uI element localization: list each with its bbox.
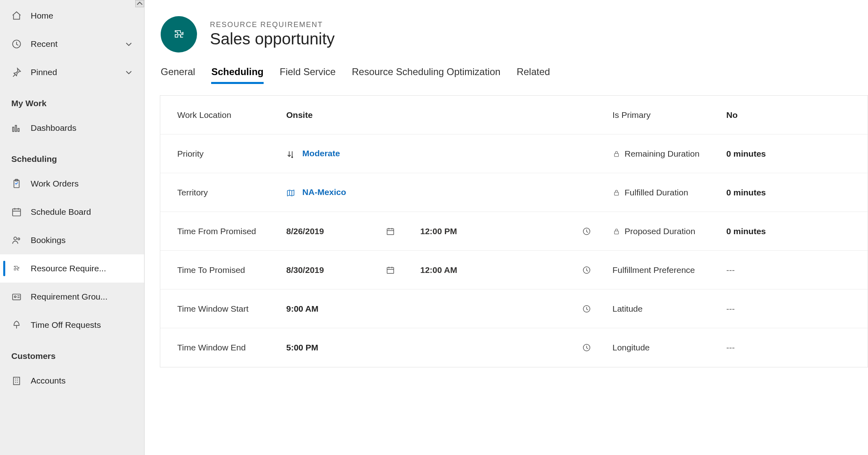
field-value[interactable]: NA-Mexico xyxy=(286,187,592,197)
calendar-board-icon xyxy=(11,207,22,217)
section-title-scheduling: Scheduling xyxy=(0,142,144,170)
section-title-my-work: My Work xyxy=(0,86,144,114)
field-label: Remaining Duration xyxy=(605,149,726,159)
people-icon xyxy=(11,235,22,245)
clock-icon[interactable] xyxy=(581,226,592,237)
field-value: 5:00 PM xyxy=(286,343,575,352)
time-value: 12:00 AM xyxy=(420,265,575,275)
field-value: --- xyxy=(726,304,860,314)
field-territory[interactable]: Territory NA-Mexico xyxy=(160,173,600,212)
nav-label: Time Off Requests xyxy=(31,320,133,330)
nav-label: Schedule Board xyxy=(31,207,133,217)
svg-rect-11 xyxy=(13,377,19,384)
field-label: Time Window End xyxy=(165,343,286,352)
sidebar-item-resource-requirements[interactable]: Resource Require... xyxy=(0,254,144,283)
nav-label: Dashboards xyxy=(31,123,133,133)
sidebar-item-pinned[interactable]: Pinned xyxy=(0,58,144,86)
field-label: Latitude xyxy=(605,304,726,314)
clipboard-icon xyxy=(11,178,22,189)
svg-rect-1 xyxy=(13,127,14,132)
priority-icon xyxy=(286,150,295,159)
date-value: 8/26/2019 xyxy=(286,226,379,236)
field-longitude[interactable]: Longitude --- xyxy=(600,328,868,367)
field-latitude[interactable]: Latitude --- xyxy=(600,289,868,328)
field-value: 0 minutes xyxy=(726,149,860,159)
calendar-icon[interactable] xyxy=(385,264,396,276)
record-title: Sales opportunity xyxy=(210,30,335,48)
nav-label: Pinned xyxy=(31,67,125,77)
field-value: 0 minutes xyxy=(726,188,860,197)
nav-label: Recent xyxy=(31,39,125,49)
tab-related[interactable]: Related xyxy=(517,66,550,81)
field-label: Priority xyxy=(165,149,286,159)
gear-piece-icon xyxy=(11,263,22,274)
field-value[interactable]: Moderate xyxy=(286,149,592,158)
svg-rect-3 xyxy=(18,128,19,132)
clock-icon[interactable] xyxy=(581,342,592,353)
tab-field-service[interactable]: Field Service xyxy=(280,66,336,81)
field-label: Longitude xyxy=(605,343,726,352)
field-time-window-start[interactable]: Time Window Start 9:00 AM xyxy=(160,289,600,328)
field-fulfillment-preference[interactable]: Fulfillment Preference --- xyxy=(600,251,868,289)
sidebar-item-bookings[interactable]: Bookings xyxy=(0,226,144,254)
record-type-icon xyxy=(161,16,197,52)
sidebar-item-time-off-requests[interactable]: Time Off Requests xyxy=(0,311,144,339)
field-priority[interactable]: Priority Moderate xyxy=(160,134,600,173)
clock-icon xyxy=(11,39,22,49)
form-left-column: Work Location Onsite Priority Moderate T… xyxy=(160,96,600,367)
clock-icon[interactable] xyxy=(581,303,592,315)
field-label: Fulfillment Preference xyxy=(605,265,726,275)
field-fulfilled-duration[interactable]: Fulfilled Duration 0 minutes xyxy=(600,173,868,212)
field-label: Work Location xyxy=(165,110,286,120)
svg-rect-19 xyxy=(614,153,619,157)
chevron-down-icon xyxy=(125,40,133,48)
dashboard-icon xyxy=(11,123,22,133)
id-card-icon xyxy=(11,291,22,302)
lock-icon xyxy=(612,150,621,158)
field-is-primary[interactable]: Is Primary No xyxy=(600,96,868,134)
sidebar-item-recent[interactable]: Recent xyxy=(0,30,144,58)
map-icon xyxy=(286,189,295,197)
tab-strip: General Scheduling Field Service Resourc… xyxy=(145,66,868,87)
field-time-to-promised[interactable]: Time To Promised 8/30/2019 12:00 AM xyxy=(160,251,600,289)
svg-point-7 xyxy=(14,237,17,240)
sidebar-item-home[interactable]: Home xyxy=(0,2,144,30)
nav-label: Resource Require... xyxy=(31,264,133,273)
field-value: No xyxy=(726,110,860,120)
svg-rect-15 xyxy=(387,267,394,273)
field-value: 9:00 AM xyxy=(286,304,575,314)
timeoff-icon xyxy=(11,320,22,330)
field-work-location[interactable]: Work Location Onsite xyxy=(160,96,600,134)
field-label: Proposed Duration xyxy=(605,226,726,236)
home-icon xyxy=(11,10,22,21)
sidebar-item-accounts[interactable]: Accounts xyxy=(0,367,144,395)
svg-rect-6 xyxy=(13,209,21,216)
sidebar-item-dashboards[interactable]: Dashboards xyxy=(0,114,144,142)
date-value: 8/30/2019 xyxy=(286,265,379,275)
field-remaining-duration[interactable]: Remaining Duration 0 minutes xyxy=(600,134,868,173)
tab-rso[interactable]: Resource Scheduling Optimization xyxy=(352,66,500,81)
field-label: Time To Promised xyxy=(165,265,286,275)
field-proposed-duration[interactable]: Proposed Duration 0 minutes xyxy=(600,212,868,251)
clock-icon[interactable] xyxy=(581,264,592,276)
sidebar-item-schedule-board[interactable]: Schedule Board xyxy=(0,198,144,226)
priority-link-text: Moderate xyxy=(302,149,340,158)
field-label: Is Primary xyxy=(605,110,726,120)
tab-scheduling[interactable]: Scheduling xyxy=(211,66,263,81)
record-header: RESOURCE REQUIREMENT Sales opportunity xyxy=(145,8,868,66)
svg-rect-20 xyxy=(614,192,619,195)
sidebar-item-requirement-groups[interactable]: Requirement Grou... xyxy=(0,283,144,311)
nav-label: Home xyxy=(31,11,133,21)
field-time-window-end[interactable]: Time Window End 5:00 PM xyxy=(160,328,600,367)
calendar-icon[interactable] xyxy=(385,226,396,237)
sidebar-item-work-orders[interactable]: Work Orders xyxy=(0,170,144,198)
main-content: RESOURCE REQUIREMENT Sales opportunity G… xyxy=(145,0,868,455)
nav-label: Work Orders xyxy=(31,179,133,189)
section-title-customers: Customers xyxy=(0,339,144,367)
field-value: 0 minutes xyxy=(726,226,860,236)
svg-rect-2 xyxy=(15,126,17,132)
field-time-from-promised[interactable]: Time From Promised 8/26/2019 12:00 PM xyxy=(160,212,600,251)
tab-general[interactable]: General xyxy=(161,66,195,81)
time-value: 12:00 PM xyxy=(420,226,575,236)
svg-rect-9 xyxy=(13,294,21,300)
